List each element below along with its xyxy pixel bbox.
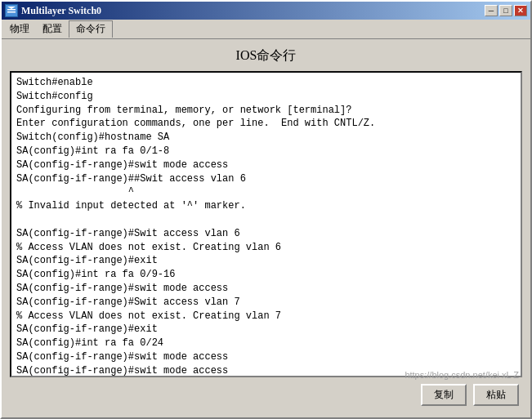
title-bar: Multilayer Switch0 ─ □ ✕ [2,2,530,20]
terminal-content: Switch#enable Switch#config Configuring … [16,76,516,376]
menu-item-cli[interactable]: 命令行 [69,20,113,38]
page-title: IOS命令行 [10,47,522,65]
menu-item-config[interactable]: 配置 [36,20,69,38]
title-bar-left: Multilayer Switch0 [5,4,101,17]
svg-rect-1 [7,11,16,13]
window-title: Multilayer Switch0 [21,5,101,17]
watermark: https://blog.csdn.net/kei xL Z [405,370,519,380]
svg-marker-2 [7,7,16,9]
content-area: IOS命令行 Switch#enable Switch#config Confi… [2,39,530,417]
close-button[interactable]: ✕ [514,5,527,16]
paste-button[interactable]: 粘贴 [473,384,519,406]
button-bar: 复制 粘贴 [10,377,522,409]
minimize-button[interactable]: ─ [485,5,498,16]
svg-rect-0 [7,9,16,11]
title-buttons: ─ □ ✕ [485,5,527,16]
window: Multilayer Switch0 ─ □ ✕ 物理 配置 命令行 IOS命令… [0,0,532,419]
menu-item-physics[interactable]: 物理 [3,20,36,38]
window-icon [5,4,18,17]
copy-button[interactable]: 复制 [421,384,467,406]
terminal-scroll[interactable]: Switch#enable Switch#config Configuring … [11,73,521,376]
maximize-button[interactable]: □ [499,5,512,16]
terminal-container: Switch#enable Switch#config Configuring … [10,71,522,377]
menu-bar: 物理 配置 命令行 [2,20,530,39]
